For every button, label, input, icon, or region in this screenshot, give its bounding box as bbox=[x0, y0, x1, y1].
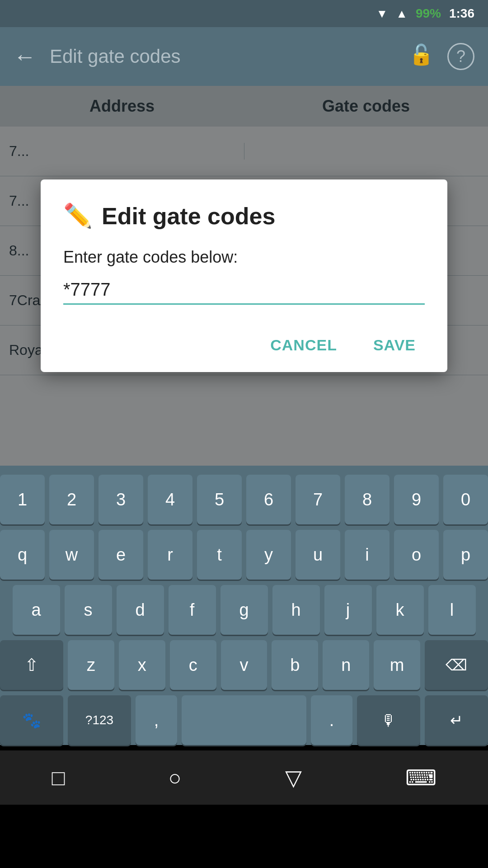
shift-key[interactable]: ⇧ bbox=[0, 640, 63, 690]
comma-key[interactable]: , bbox=[136, 695, 177, 745]
key-c[interactable]: c bbox=[170, 640, 216, 690]
key-2[interactable]: 2 bbox=[49, 475, 94, 524]
key-l[interactable]: l bbox=[428, 585, 476, 635]
key-j[interactable]: j bbox=[324, 585, 372, 635]
dialog-buttons: CANCEL SAVE bbox=[63, 332, 425, 359]
signal-icon: ▲ bbox=[396, 7, 408, 21]
keyboard-row-qwerty: q w e r t y u i o p bbox=[0, 530, 488, 580]
key-f[interactable]: f bbox=[169, 585, 216, 635]
edit-gate-codes-dialog: ✏️ Edit gate codes Enter gate codes belo… bbox=[41, 179, 447, 372]
key-0[interactable]: 0 bbox=[443, 475, 488, 524]
key-u[interactable]: u bbox=[296, 530, 340, 580]
key-o[interactable]: o bbox=[394, 530, 439, 580]
key-w[interactable]: w bbox=[49, 530, 94, 580]
key-4[interactable]: 4 bbox=[148, 475, 192, 524]
nav-bar: □ ○ ▽ ⌨ bbox=[0, 750, 488, 805]
cancel-button[interactable]: CANCEL bbox=[261, 332, 346, 359]
dialog-overlay: ✏️ Edit gate codes Enter gate codes belo… bbox=[0, 86, 488, 466]
key-n[interactable]: n bbox=[323, 640, 369, 690]
key-m[interactable]: m bbox=[374, 640, 420, 690]
key-8[interactable]: 8 bbox=[345, 475, 389, 524]
dialog-title: Edit gate codes bbox=[102, 203, 275, 230]
keyboard-row-asdf: a s d f g h j k l bbox=[0, 585, 488, 635]
save-button[interactable]: SAVE bbox=[364, 332, 425, 359]
battery-indicator: 99% bbox=[416, 6, 441, 21]
keyboard: 1 2 3 4 5 6 7 8 9 0 q w e r t y u i o p … bbox=[0, 466, 488, 745]
key-d[interactable]: d bbox=[117, 585, 164, 635]
keyboard-row-zxcv: ⇧ z x c v b n m ⌫ bbox=[0, 640, 488, 690]
microphone-key[interactable]: 🎙 bbox=[357, 695, 420, 745]
wifi-icon: ▼ bbox=[376, 7, 388, 21]
dialog-title-row: ✏️ Edit gate codes bbox=[63, 202, 425, 230]
key-7[interactable]: 7 bbox=[296, 475, 340, 524]
key-1[interactable]: 1 bbox=[0, 475, 45, 524]
emoji-key[interactable]: 🐾 bbox=[0, 695, 63, 745]
gate-code-input[interactable] bbox=[63, 276, 425, 305]
key-h[interactable]: h bbox=[272, 585, 320, 635]
help-icon[interactable]: ? bbox=[447, 43, 474, 70]
key-3[interactable]: 3 bbox=[99, 475, 143, 524]
nav-keyboard-icon[interactable]: ⌨ bbox=[405, 765, 436, 790]
dialog-label: Enter gate codes below: bbox=[63, 248, 425, 267]
key-a[interactable]: a bbox=[13, 585, 60, 635]
key-5[interactable]: 5 bbox=[197, 475, 242, 524]
key-9[interactable]: 9 bbox=[394, 475, 439, 524]
pencil-icon: ✏️ bbox=[63, 202, 93, 230]
key-s[interactable]: s bbox=[65, 585, 112, 635]
key-g[interactable]: g bbox=[221, 585, 268, 635]
key-q[interactable]: q bbox=[0, 530, 45, 580]
keyboard-row-numbers: 1 2 3 4 5 6 7 8 9 0 bbox=[0, 475, 488, 524]
key-p[interactable]: p bbox=[443, 530, 488, 580]
keyboard-row-special: 🐾 ?123 , . 🎙 ↵ bbox=[0, 695, 488, 745]
key-x[interactable]: x bbox=[119, 640, 165, 690]
time-indicator: 1:36 bbox=[449, 6, 474, 21]
symbols-key[interactable]: ?123 bbox=[68, 695, 131, 745]
key-z[interactable]: z bbox=[68, 640, 114, 690]
key-6[interactable]: 6 bbox=[246, 475, 291, 524]
key-k[interactable]: k bbox=[376, 585, 424, 635]
lock-icon[interactable]: 🔓 bbox=[409, 43, 434, 70]
main-content: Address Gate codes 7... 7... 8... 7Cra/h… bbox=[0, 86, 488, 466]
key-r[interactable]: r bbox=[148, 530, 192, 580]
key-e[interactable]: e bbox=[99, 530, 143, 580]
key-b[interactable]: b bbox=[272, 640, 318, 690]
key-v[interactable]: v bbox=[221, 640, 267, 690]
backspace-key[interactable]: ⌫ bbox=[425, 640, 488, 690]
nav-triangle-icon[interactable]: ▽ bbox=[285, 765, 302, 790]
enter-key[interactable]: ↵ bbox=[425, 695, 488, 745]
app-bar-actions: 🔓 ? bbox=[409, 43, 474, 70]
app-bar-title: Edit gate codes bbox=[50, 46, 395, 67]
key-i[interactable]: i bbox=[345, 530, 389, 580]
back-button[interactable]: ← bbox=[14, 43, 36, 70]
period-key[interactable]: . bbox=[311, 695, 352, 745]
status-bar: ▼ ▲ 99% 1:36 bbox=[0, 0, 488, 27]
space-key[interactable] bbox=[182, 695, 306, 745]
key-t[interactable]: t bbox=[197, 530, 242, 580]
nav-square-icon[interactable]: □ bbox=[52, 765, 65, 790]
nav-circle-icon[interactable]: ○ bbox=[169, 765, 182, 790]
key-y[interactable]: y bbox=[246, 530, 291, 580]
app-bar: ← Edit gate codes 🔓 ? bbox=[0, 27, 488, 86]
